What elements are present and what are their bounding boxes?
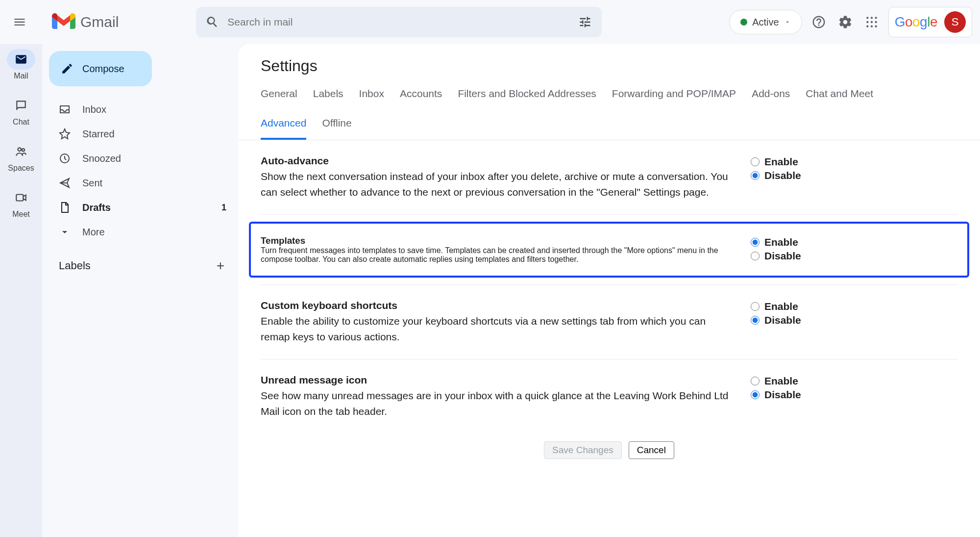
setting-title: Custom keyboard shortcuts (261, 300, 731, 311)
chevron-down-icon (59, 226, 71, 238)
header: Gmail Active Google S (0, 0, 980, 44)
disable-option[interactable]: Disable (751, 314, 849, 326)
disable-radio[interactable] (751, 390, 760, 399)
nav-label: Sent (82, 178, 102, 189)
tab-accounts[interactable]: Accounts (400, 88, 442, 108)
mail-icon (15, 53, 27, 66)
svg-point-7 (871, 26, 873, 27)
disable-option[interactable]: Disable (751, 250, 849, 262)
svg-point-1 (871, 17, 873, 19)
app-rail: Mail Chat Spaces Meet (0, 44, 42, 537)
main-menu-button[interactable] (8, 10, 31, 34)
clock-icon (59, 153, 71, 164)
sidebar: Compose Inbox Starred Snoozed Sent Draft… (42, 44, 238, 537)
tab-addons[interactable]: Add-ons (752, 88, 790, 108)
svg-point-6 (866, 26, 868, 27)
rail-item-spaces[interactable]: Spaces (7, 141, 35, 173)
spaces-icon (15, 145, 27, 158)
hamburger-icon (13, 15, 26, 29)
setting-desc: Show the next conversation instead of yo… (261, 169, 731, 200)
enable-option[interactable]: Enable (751, 301, 849, 312)
tab-forwarding[interactable]: Forwarding and POP/IMAP (612, 88, 736, 108)
enable-radio[interactable] (751, 157, 760, 166)
disable-radio[interactable] (751, 316, 760, 325)
gmail-logo-text: Gmail (80, 14, 119, 30)
setting-desc: Turn frequent messages into templates to… (261, 246, 731, 264)
tab-offline[interactable]: Offline (322, 117, 351, 140)
chevron-down-icon (784, 19, 791, 26)
setting-templates: Templates Turn frequent messages into te… (249, 222, 969, 278)
tab-chat-meet[interactable]: Chat and Meet (806, 88, 873, 108)
rail-item-meet[interactable]: Meet (7, 187, 35, 219)
rail-item-chat[interactable]: Chat (7, 95, 35, 127)
compose-button[interactable]: Compose (49, 51, 152, 86)
cancel-button[interactable]: Cancel (629, 441, 674, 459)
sidebar-item-drafts[interactable]: Drafts 1 (49, 195, 238, 220)
nav-label: More (82, 227, 105, 238)
sidebar-item-inbox[interactable]: Inbox (49, 97, 238, 122)
rail-label: Chat (13, 118, 29, 127)
page-title: Settings (261, 57, 957, 75)
chat-icon (15, 99, 27, 112)
rail-label: Spaces (8, 164, 34, 173)
help-icon (811, 15, 826, 29)
search-bar[interactable] (196, 7, 602, 37)
inbox-icon (59, 103, 71, 115)
svg-point-2 (875, 17, 877, 19)
support-button[interactable] (809, 12, 829, 32)
settings-button[interactable] (835, 12, 855, 32)
setting-title: Auto-advance (261, 155, 731, 167)
svg-point-10 (22, 149, 24, 151)
sidebar-item-snoozed[interactable]: Snoozed (49, 146, 238, 171)
gear-icon (838, 15, 853, 29)
enable-radio[interactable] (751, 302, 760, 311)
tab-inbox[interactable]: Inbox (359, 88, 384, 108)
sidebar-item-starred[interactable]: Starred (49, 122, 238, 146)
tune-icon[interactable] (578, 15, 592, 29)
disable-radio[interactable] (751, 171, 760, 180)
enable-radio[interactable] (751, 377, 760, 385)
status-chip[interactable]: Active (729, 10, 802, 34)
google-account[interactable]: Google S (888, 7, 972, 37)
main-content: Settings General Labels Inbox Accounts F… (238, 44, 980, 537)
setting-auto-advance: Auto-advance Show the next conversation … (261, 140, 957, 215)
sidebar-item-more[interactable]: More (49, 220, 238, 244)
enable-radio[interactable] (751, 238, 760, 247)
tab-general[interactable]: General (261, 88, 297, 108)
gmail-logo[interactable]: Gmail (52, 13, 119, 31)
setting-title: Unread message icon (261, 374, 731, 386)
enable-option[interactable]: Enable (751, 236, 849, 248)
avatar[interactable]: S (944, 11, 966, 33)
tab-filters[interactable]: Filters and Blocked Addresses (458, 88, 596, 108)
svg-point-5 (875, 21, 877, 23)
sidebar-item-sent[interactable]: Sent (49, 171, 238, 195)
setting-unread-icon: Unread message icon See how many unread … (261, 359, 957, 434)
send-icon (59, 177, 71, 189)
labels-title: Labels (59, 259, 91, 272)
tab-labels[interactable]: Labels (313, 88, 343, 108)
enable-option[interactable]: Enable (751, 375, 849, 387)
apps-button[interactable] (862, 12, 882, 32)
tab-advanced[interactable]: Advanced (261, 117, 306, 140)
enable-option[interactable]: Enable (751, 156, 849, 168)
settings-tabs-row2: Advanced Offline (261, 117, 957, 140)
setting-custom-shortcuts: Custom keyboard shortcuts Enable the abi… (261, 284, 957, 359)
disable-radio[interactable] (751, 252, 760, 260)
labels-header: Labels + (49, 244, 238, 274)
nav-label: Starred (82, 128, 115, 140)
add-label-button[interactable]: + (217, 258, 224, 274)
google-logo: Google (895, 14, 937, 30)
disable-option[interactable]: Disable (751, 170, 849, 181)
setting-desc: See how many unread messages are in your… (261, 388, 731, 419)
meet-icon (15, 191, 27, 204)
rail-label: Mail (14, 72, 28, 80)
footer-buttons: Save Changes Cancel (261, 434, 957, 469)
svg-point-3 (866, 21, 868, 23)
draft-icon (59, 202, 71, 213)
rail-item-mail[interactable]: Mail (7, 49, 35, 80)
search-input[interactable] (227, 16, 578, 28)
disable-option[interactable]: Disable (751, 389, 849, 401)
search-icon (206, 15, 220, 29)
star-icon (59, 128, 71, 140)
status-dot-icon (740, 19, 747, 26)
